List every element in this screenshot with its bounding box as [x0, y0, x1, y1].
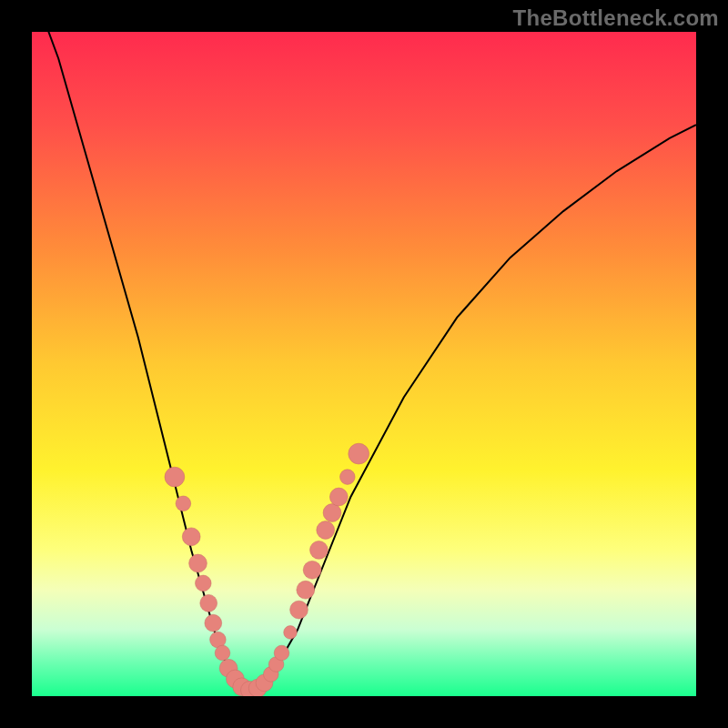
data-marker [176, 496, 191, 511]
data-marker [196, 575, 212, 592]
data-marker [284, 626, 298, 640]
data-marker [329, 488, 348, 506]
chart-svg [32, 32, 696, 696]
watermark-text: TheBottleneck.com [513, 5, 719, 31]
data-marker [349, 443, 369, 464]
data-marker [182, 528, 200, 546]
data-marker [290, 601, 308, 619]
data-marker [310, 541, 329, 560]
data-marker [200, 594, 217, 612]
data-marker [205, 614, 222, 632]
data-marker [189, 554, 207, 572]
marker-group [165, 443, 369, 696]
data-marker [303, 561, 321, 579]
data-marker [165, 467, 185, 487]
data-marker [297, 581, 315, 599]
bottleneck-curve [32, 32, 696, 690]
data-marker [215, 645, 230, 661]
chart-frame: TheBottleneck.com [0, 0, 728, 728]
data-marker [274, 645, 289, 661]
plot-area [32, 32, 696, 696]
bottleneck-curve-path [32, 32, 696, 690]
data-marker [323, 504, 341, 522]
data-marker [317, 521, 335, 540]
data-marker [340, 470, 356, 485]
